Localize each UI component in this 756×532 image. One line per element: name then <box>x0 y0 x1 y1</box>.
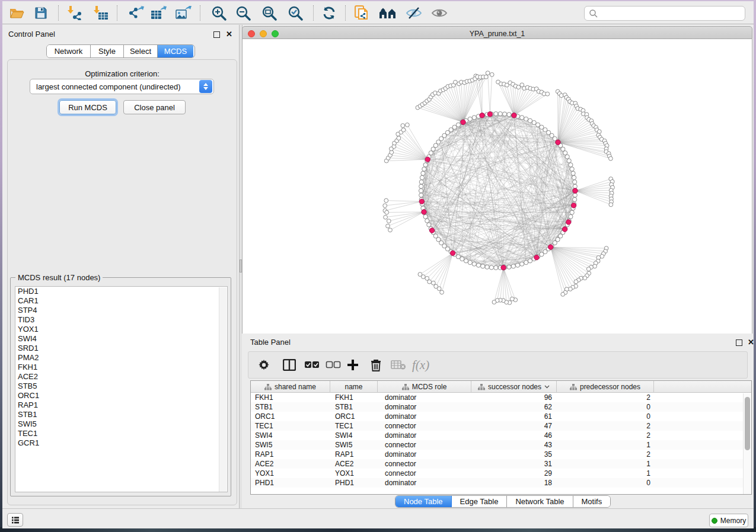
tab-node-table[interactable]: Node Table <box>395 496 452 507</box>
search-field[interactable] <box>584 6 745 21</box>
mcds-result-item[interactable]: TEC1 <box>15 429 227 438</box>
mcds-result-item[interactable]: SRD1 <box>15 344 227 353</box>
close-panel-button[interactable]: Close panel <box>123 100 186 114</box>
mcds-result-item[interactable]: STP4 <box>15 306 227 315</box>
tab-select[interactable]: Select <box>124 45 158 57</box>
first-neighbors-icon[interactable] <box>378 6 398 20</box>
mcds-result-item[interactable]: ORC1 <box>15 391 227 400</box>
mcds-result-item[interactable]: SWI4 <box>15 334 227 344</box>
mcds-result-item[interactable]: PMA2 <box>15 353 227 363</box>
column-header-successor-nodes[interactable]: successor nodes <box>471 381 557 393</box>
tab-style[interactable]: Style <box>91 45 124 57</box>
table-row[interactable]: ORC1ORC1dominator610 <box>251 412 751 421</box>
mcds-result-item[interactable]: YOX1 <box>15 325 227 334</box>
select-all-checked-icon[interactable] <box>304 357 320 373</box>
column-header-predecessor-nodes[interactable]: predecessor nodes <box>557 381 654 393</box>
export-network-icon[interactable] <box>126 6 146 20</box>
apply-layout-refresh-icon[interactable] <box>319 6 339 20</box>
table-row[interactable]: RAP1RAP1dominator352 <box>251 450 751 459</box>
node-table[interactable]: shared namenameMCDS rolesuccessor nodesp… <box>250 380 752 495</box>
zoom-selected-icon[interactable] <box>285 6 305 20</box>
mcds-result-item[interactable]: FKH1 <box>15 363 227 372</box>
search-input[interactable] <box>598 9 735 18</box>
export-image-icon[interactable] <box>173 6 193 20</box>
copy-network-icon[interactable] <box>352 6 372 20</box>
mcds-list-scrollbar[interactable] <box>219 287 227 492</box>
tab-motifs[interactable]: Motifs <box>573 496 611 507</box>
tab-network[interactable]: Network <box>47 45 91 57</box>
table-cell: FKH1 <box>330 393 378 402</box>
float-panel-icon[interactable] <box>213 31 220 38</box>
table-row[interactable]: STB1STB1dominator620 <box>251 402 751 412</box>
table-row[interactable]: FKH1FKH1dominator962 <box>251 393 751 402</box>
save-session-icon[interactable] <box>31 6 51 20</box>
function-builder-fx-icon[interactable]: f(x) <box>412 357 429 373</box>
import-network-icon[interactable] <box>65 6 85 20</box>
memory-button[interactable]: Memory <box>709 514 748 527</box>
add-column-plus-icon[interactable] <box>347 357 359 373</box>
deselect-all-unchecked-icon[interactable] <box>326 357 341 373</box>
open-file-icon[interactable] <box>7 6 27 20</box>
table-panel-title: Table Panel <box>250 338 291 347</box>
tab-edge-table[interactable]: Edge Table <box>452 496 508 507</box>
table-cell: STB1 <box>330 402 378 412</box>
show-columns-icon[interactable] <box>283 357 296 373</box>
close-panel-icon[interactable]: ✕ <box>226 31 232 37</box>
mcds-result-item[interactable]: CAR1 <box>15 296 227 306</box>
network-window-titlebar[interactable]: YPA_prune.txt_1 <box>242 26 752 39</box>
table-cell: YOX1 <box>330 469 378 478</box>
run-mcds-button[interactable]: Run MCDS <box>59 100 116 114</box>
table-row[interactable]: YOX1YOX1connector291 <box>251 469 751 478</box>
mcds-result-list[interactable]: PHD1CAR1STP4TID3YOX1SWI4SRD1PMA2FKH1ACE2… <box>15 286 228 492</box>
mcds-result-item[interactable]: STB1 <box>15 410 227 419</box>
float-table-panel-icon[interactable] <box>736 339 742 346</box>
table-row[interactable]: SWI4SWI4dominator462 <box>251 431 751 440</box>
mcds-result-item[interactable]: SWI5 <box>15 419 227 429</box>
show-all-eye-icon[interactable] <box>429 6 449 20</box>
zoom-fit-icon[interactable] <box>259 6 279 20</box>
mcds-result-item[interactable]: ACE2 <box>15 372 227 382</box>
mcds-result-item[interactable]: PHD1 <box>15 287 227 296</box>
criterion-dropdown[interactable]: largest connected component (undirected) <box>30 79 214 94</box>
table-settings-gear-icon[interactable] <box>258 357 270 373</box>
table-scrollbar-thumb[interactable] <box>745 397 750 450</box>
delete-table-icon[interactable] <box>391 357 406 373</box>
mcds-result-item[interactable]: TID3 <box>15 315 227 325</box>
table-cell: TEC1 <box>251 421 330 431</box>
table-row[interactable]: PHD1PHD1dominator180 <box>251 478 751 488</box>
hide-selected-eye-icon[interactable] <box>404 6 424 20</box>
tab-mcds[interactable]: MCDS <box>158 45 193 57</box>
table-scrollbar[interactable] <box>743 393 751 495</box>
network-canvas[interactable] <box>242 39 752 334</box>
control-panel: Control Panel ✕ NetworkStyleSelectMCDS O… <box>2 25 239 509</box>
task-history-list-button[interactable] <box>7 513 23 527</box>
table-cell: 0 <box>557 478 654 488</box>
table-row[interactable]: TEC1TEC1connector472 <box>251 421 751 431</box>
mcds-result-item[interactable]: GCR1 <box>15 438 227 448</box>
memory-label: Memory <box>720 517 746 525</box>
toolbar-separator <box>117 5 117 21</box>
export-table-icon[interactable] <box>148 6 168 20</box>
close-table-panel-icon[interactable]: ✕ <box>748 339 754 345</box>
table-cell: connector <box>378 469 471 478</box>
table-cell: ORC1 <box>251 412 330 421</box>
mcds-result-item[interactable]: STB5 <box>15 382 227 391</box>
mcds-result-group: MCDS result (17 nodes) PHD1CAR1STP4TID3Y… <box>10 277 231 496</box>
table-cell: connector <box>378 421 471 431</box>
column-header-MCDS-role[interactable]: MCDS role <box>378 381 471 393</box>
table-row[interactable]: ACE2ACE2connector311 <box>251 459 751 469</box>
table-row[interactable]: SWI5SWI5connector431 <box>251 440 751 450</box>
network-graph <box>243 39 752 332</box>
column-header-name[interactable]: name <box>330 381 378 393</box>
control-panel-title: Control Panel <box>8 30 55 39</box>
tab-network-table[interactable]: Network Table <box>507 496 573 507</box>
delete-column-trash-icon[interactable] <box>371 357 381 373</box>
zoom-out-icon[interactable] <box>233 6 253 20</box>
table-cell: SWI5 <box>330 440 378 450</box>
table-cell: 2 <box>557 450 654 459</box>
zoom-in-icon[interactable] <box>209 6 229 20</box>
column-header-shared-name[interactable]: shared name <box>251 381 330 393</box>
mcds-result-item[interactable]: RAP1 <box>15 400 227 410</box>
import-table-icon[interactable] <box>91 6 111 20</box>
table-cell: 62 <box>471 402 557 412</box>
